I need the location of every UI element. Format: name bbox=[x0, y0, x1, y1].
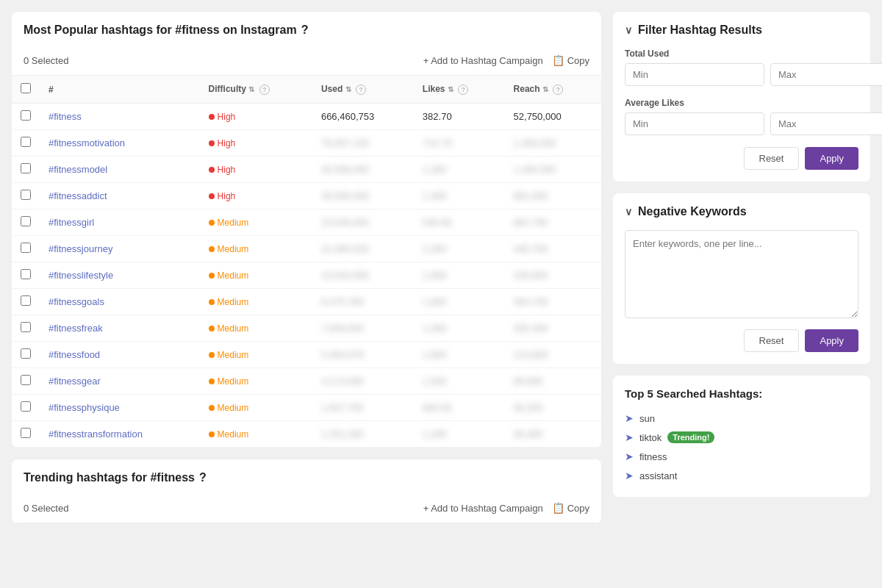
popular-help-icon[interactable]: ? bbox=[301, 24, 309, 37]
difficulty-dot-10 bbox=[209, 379, 215, 384]
avg-likes-max-input[interactable] bbox=[770, 112, 882, 135]
difficulty-text-9: Medium bbox=[218, 350, 249, 360]
hashtag-link-4[interactable]: #fitnessgirl bbox=[49, 217, 94, 228]
difficulty-dot-1 bbox=[209, 140, 215, 146]
table-row: #fitnesstransformation Medium 1,252,292 … bbox=[12, 421, 601, 448]
row-checkbox-0[interactable] bbox=[21, 110, 31, 121]
top5-item: ➤ tiktok Trending! bbox=[625, 428, 858, 447]
reach-cell-4: 861,700 bbox=[505, 209, 601, 236]
table-row: #fitnesslifestyle Medium 13,040,000 1,80… bbox=[12, 262, 601, 289]
trending-add-campaign-button[interactable]: + Add to Hashtag Campaign bbox=[423, 503, 543, 514]
total-used-max-input[interactable] bbox=[770, 63, 882, 86]
likes-cell-2: 1,300 bbox=[414, 157, 505, 183]
hashtag-link-8[interactable]: #fitnessfreak bbox=[49, 323, 103, 334]
top5-item: ➤ sun bbox=[625, 409, 858, 428]
top5-card: Top 5 Searched Hashtags: ➤ sun ➤ tiktok … bbox=[613, 376, 870, 497]
popular-selected-count: 0 Selected bbox=[24, 55, 68, 66]
difficulty-text-7: Medium bbox=[218, 297, 249, 307]
used-cell-11: 1,827,700 bbox=[312, 395, 414, 421]
top5-title: Top 5 Searched Hashtags: bbox=[625, 387, 858, 400]
top5-arrow-icon-3: ➤ bbox=[625, 470, 634, 481]
difficulty-dot-0 bbox=[209, 114, 215, 120]
table-row: #fitnessgirl Medium 23,040,054 530.80 86… bbox=[12, 209, 601, 236]
used-cell-3: 30,000,000 bbox=[312, 183, 414, 209]
row-checkbox-5[interactable] bbox=[21, 243, 31, 253]
difficulty-dot-8 bbox=[209, 326, 215, 331]
neg-keywords-header[interactable]: ∨ Negative Keywords bbox=[625, 205, 858, 218]
hashtag-link-7[interactable]: #fitnessgoals bbox=[49, 296, 104, 307]
difficulty-dot-2 bbox=[209, 167, 215, 173]
hashtag-link-9[interactable]: #fitnessfood bbox=[49, 349, 100, 360]
row-checkbox-7[interactable] bbox=[21, 295, 31, 306]
row-checkbox-1[interactable] bbox=[21, 137, 31, 147]
avg-likes-group: Average Likes bbox=[625, 98, 858, 135]
row-checkbox-8[interactable] bbox=[21, 322, 31, 332]
popular-copy-button[interactable]: 📋 Copy bbox=[552, 54, 589, 66]
used-cell-9: 5,464,079 bbox=[312, 342, 414, 368]
used-cell-4: 23,040,054 bbox=[312, 209, 414, 236]
top5-label-3: assistant bbox=[639, 470, 677, 481]
row-checkbox-2[interactable] bbox=[21, 163, 31, 173]
hashtag-link-2[interactable]: #fitnessmodel bbox=[49, 164, 107, 175]
total-used-min-input[interactable] bbox=[625, 63, 764, 86]
used-cell-2: 40,008,000 bbox=[312, 157, 414, 183]
trending-section-title: Trending hashtags for #fitness ? bbox=[12, 459, 601, 493]
col-reach: Reach ⇅ ? bbox=[505, 76, 601, 104]
used-cell-5: 21,080,020 bbox=[312, 236, 414, 262]
filter-apply-button[interactable]: Apply bbox=[805, 147, 858, 170]
hashtag-link-5[interactable]: #fitnessjourney bbox=[49, 243, 112, 254]
used-cell-0: 666,460,753 bbox=[312, 104, 414, 130]
neg-keywords-reset-button[interactable]: Reset bbox=[744, 329, 800, 352]
difficulty-badge-5: Medium bbox=[209, 244, 249, 254]
hashtag-link-6[interactable]: #fitnesslifestyle bbox=[49, 270, 113, 281]
hashtag-link-0[interactable]: #fitness bbox=[49, 111, 82, 122]
row-checkbox-12[interactable] bbox=[21, 428, 31, 438]
table-row: #fitnessfreak Medium 7,606,000 1,300 205… bbox=[12, 315, 601, 342]
difficulty-badge-2: High bbox=[209, 165, 236, 175]
neg-keywords-title: Negative Keywords bbox=[638, 205, 747, 218]
row-checkbox-9[interactable] bbox=[21, 348, 31, 359]
hashtag-link-3[interactable]: #fitnessaddict bbox=[49, 190, 107, 201]
used-cell-6: 13,040,000 bbox=[312, 262, 414, 289]
popular-toolbar: 0 Selected + Add to Hashtag Campaign 📋 C… bbox=[12, 46, 601, 76]
difficulty-text-12: Medium bbox=[218, 429, 249, 440]
popular-add-campaign-button[interactable]: + Add to Hashtag Campaign bbox=[423, 55, 543, 66]
hashtag-link-1[interactable]: #fitnessmotivation bbox=[49, 137, 125, 148]
hashtag-link-10[interactable]: #fitnessgear bbox=[49, 376, 101, 387]
table-row: #fitnessgear Medium 4,173,000 1,000 89,6… bbox=[12, 368, 601, 395]
trending-title-text: Trending hashtags for #fitness bbox=[24, 471, 195, 484]
difficulty-badge-3: High bbox=[209, 191, 236, 201]
difficulty-text-10: Medium bbox=[218, 376, 249, 387]
likes-cell-0: 382.70 bbox=[414, 104, 505, 130]
select-all-checkbox[interactable] bbox=[21, 83, 31, 93]
top5-arrow-icon-2: ➤ bbox=[625, 451, 634, 462]
row-checkbox-11[interactable] bbox=[21, 401, 31, 412]
row-checkbox-10[interactable] bbox=[21, 375, 31, 385]
likes-cell-5: 2,300 bbox=[414, 236, 505, 262]
table-row: #fitnessjourney Medium 21,080,020 2,300 … bbox=[12, 236, 601, 262]
neg-keywords-textarea[interactable] bbox=[625, 230, 858, 318]
row-checkbox-3[interactable] bbox=[21, 190, 31, 200]
row-checkbox-6[interactable] bbox=[21, 269, 31, 279]
difficulty-dot-9 bbox=[209, 352, 215, 358]
trending-help-icon[interactable]: ? bbox=[199, 471, 207, 484]
reach-cell-11: 40,200 bbox=[505, 395, 601, 421]
hashtag-link-12[interactable]: #fitnesstransformation bbox=[49, 429, 143, 440]
popular-title-text: Most Popular hashtags for #fitness on In… bbox=[24, 24, 297, 37]
filter-buttons: Reset Apply bbox=[625, 147, 858, 170]
filter-reset-button[interactable]: Reset bbox=[744, 147, 800, 170]
row-checkbox-4[interactable] bbox=[21, 216, 31, 226]
table-row: #fitnessgoals Medium 8,475,780 1,800 364… bbox=[12, 289, 601, 315]
hashtag-link-11[interactable]: #fitnessphysique bbox=[49, 402, 120, 413]
avg-likes-min-input[interactable] bbox=[625, 112, 764, 135]
filter-card: ∨ Filter Hashtag Results Total Used Aver… bbox=[613, 12, 870, 182]
neg-keywords-apply-button[interactable]: Apply bbox=[805, 329, 858, 352]
used-cell-1: 76,407,130 bbox=[312, 130, 414, 157]
likes-cell-6: 1,800 bbox=[414, 262, 505, 289]
col-used: Used ⇅ ? bbox=[312, 76, 414, 104]
filter-header[interactable]: ∨ Filter Hashtag Results bbox=[625, 24, 858, 37]
difficulty-badge-8: Medium bbox=[209, 323, 249, 334]
difficulty-text-5: Medium bbox=[218, 244, 249, 254]
table-row: #fitnessfood Medium 5,464,079 1,800 113,… bbox=[12, 342, 601, 368]
trending-copy-button[interactable]: 📋 Copy bbox=[552, 502, 589, 514]
